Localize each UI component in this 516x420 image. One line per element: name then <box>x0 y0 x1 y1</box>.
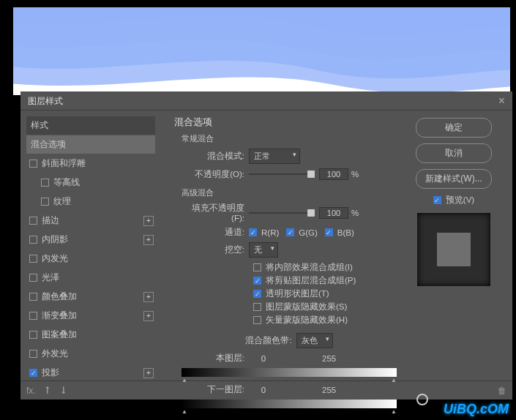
this-layer-gradient[interactable]: ▲▲ <box>182 368 397 380</box>
effects-list: 样式 混合选项 斜面和浮雕等高线纹理描边+内阴影+内发光光泽颜色叠加+渐变叠加+… <box>20 110 161 380</box>
channel-g-checkbox[interactable]: ✓ <box>286 228 294 236</box>
effect-checkbox[interactable] <box>29 350 37 358</box>
effect-item[interactable]: 内阴影+ <box>26 230 155 249</box>
effect-item[interactable]: 渐变叠加+ <box>26 307 155 325</box>
effect-checkbox[interactable] <box>29 312 37 320</box>
effect-item[interactable]: 内发光 <box>26 250 155 268</box>
effect-item[interactable]: 外发光 <box>26 345 155 363</box>
cancel-button[interactable]: 取消 <box>416 143 492 163</box>
option-checkbox[interactable]: ✓ <box>253 290 261 298</box>
option-label: 矢量蒙版隐藏效果(H) <box>266 315 348 326</box>
down-icon[interactable]: 🠗 <box>59 386 68 396</box>
effect-checkbox[interactable] <box>29 236 37 244</box>
preview-swatch <box>417 213 490 286</box>
layer-style-dialog: 图层样式 × 样式 混合选项 斜面和浮雕等高线纹理描边+内阴影+内发光光泽颜色叠… <box>20 91 512 400</box>
effect-label: 内发光 <box>42 252 68 265</box>
blend-mode-dropdown[interactable]: 正常 <box>249 149 300 164</box>
add-effect-icon[interactable]: + <box>143 368 154 378</box>
add-effect-icon[interactable]: + <box>143 235 154 245</box>
effect-label: 图案叠加 <box>42 329 77 341</box>
blending-options-selected[interactable]: 混合选项 <box>26 135 155 154</box>
effect-checkbox[interactable] <box>29 331 37 339</box>
option-checkbox[interactable] <box>253 263 261 271</box>
effect-checkbox[interactable] <box>41 198 49 206</box>
effect-checkbox[interactable] <box>29 160 37 168</box>
effect-item[interactable]: 图案叠加 <box>26 326 155 344</box>
general-blending-title: 常规混合 <box>182 133 397 144</box>
panel-title: 混合选项 <box>174 116 397 129</box>
fill-opacity-slider[interactable] <box>249 208 315 218</box>
channel-r-checkbox[interactable]: ✓ <box>249 228 257 236</box>
effect-checkbox[interactable] <box>29 293 37 301</box>
under-layer-label: 下一图层: <box>182 384 249 395</box>
effect-item[interactable]: 描边+ <box>26 211 155 230</box>
option-label: 透明形状图层(T) <box>266 288 329 299</box>
blendif-dropdown[interactable]: 灰色 <box>296 333 333 348</box>
ok-button[interactable]: 确定 <box>416 118 492 138</box>
effect-item[interactable]: 斜面和浮雕 <box>26 154 155 173</box>
option-label: 将剪贴图层混合成组(P) <box>266 275 356 286</box>
effect-label: 光泽 <box>42 271 59 284</box>
effect-label: 内阴影 <box>42 233 68 246</box>
blendif-label: 混合颜色带: <box>245 335 291 346</box>
opacity-unit: % <box>351 170 359 179</box>
effect-checkbox[interactable] <box>29 255 37 263</box>
effect-item[interactable]: 光泽 <box>26 269 155 287</box>
effect-label: 颜色叠加 <box>42 290 77 303</box>
under-layer-gradient[interactable]: ▲▲ <box>182 400 397 411</box>
advanced-blending-title: 高级混合 <box>182 187 397 198</box>
effect-label: 等高线 <box>53 176 80 189</box>
effect-item[interactable]: 颜色叠加+ <box>26 288 155 306</box>
close-icon[interactable]: × <box>498 91 505 110</box>
styles-header[interactable]: 样式 <box>26 116 155 135</box>
effect-checkbox[interactable] <box>29 274 37 282</box>
new-style-button[interactable]: 新建样式(W)... <box>416 169 492 189</box>
fill-opacity-label: 填充不透明度(F): <box>182 203 249 222</box>
fill-opacity-value[interactable]: 100 <box>319 207 348 219</box>
effect-checkbox[interactable] <box>29 217 37 225</box>
fill-opacity-unit: % <box>351 209 359 217</box>
option-label: 将内部效果混合成组(I) <box>266 262 353 273</box>
blend-mode-label: 混合模式: <box>182 151 249 162</box>
option-checkbox[interactable] <box>253 316 261 324</box>
fx-icon[interactable]: fx. <box>26 386 36 396</box>
canvas-preview <box>13 7 510 95</box>
effect-checkbox[interactable]: ✓ <box>29 369 37 377</box>
effect-item[interactable]: ✓投影+ <box>26 364 155 382</box>
opacity-label: 不透明度(O): <box>182 169 249 180</box>
dialog-title: 图层样式 <box>28 91 63 110</box>
opacity-slider[interactable] <box>249 169 315 179</box>
titlebar[interactable]: 图层样式 × <box>20 91 512 110</box>
this-layer-label: 本图层: <box>182 353 249 364</box>
options-panel: 混合选项 常规混合 混合模式: 正常 不透明度(O): 100 % 高级混合 填… <box>161 110 410 380</box>
channel-b-checkbox[interactable]: ✓ <box>325 228 333 236</box>
effect-item[interactable]: 纹理 <box>26 192 155 211</box>
channels-label: 通道: <box>182 227 249 238</box>
effect-label: 斜面和浮雕 <box>42 157 86 170</box>
opacity-value[interactable]: 100 <box>319 168 348 180</box>
add-effect-icon[interactable]: + <box>143 311 154 321</box>
option-checkbox[interactable] <box>253 303 261 311</box>
effect-label: 描边 <box>42 214 59 227</box>
effect-item[interactable]: 等高线 <box>26 173 155 192</box>
trash-icon[interactable]: 🗑 <box>498 386 506 396</box>
add-effect-icon[interactable]: + <box>143 216 154 226</box>
preview-checkbox[interactable]: ✓ <box>433 196 441 204</box>
up-icon[interactable]: 🠕 <box>43 386 52 396</box>
effect-label: 外发光 <box>42 348 68 360</box>
effect-checkbox[interactable] <box>41 179 49 187</box>
knockout-label: 挖空: <box>182 244 249 255</box>
uibq-watermark: UiBQ.cOM <box>444 402 509 417</box>
add-effect-icon[interactable]: + <box>143 292 154 302</box>
option-checkbox[interactable]: ✓ <box>253 277 261 285</box>
effect-label: 投影 <box>42 367 59 379</box>
option-label: 图层蒙版隐藏效果(S) <box>266 301 347 312</box>
effect-label: 纹理 <box>53 195 71 208</box>
right-panel: 确定 取消 新建样式(W)... ✓预览(V) <box>410 110 498 380</box>
effect-label: 渐变叠加 <box>42 310 77 322</box>
wechat-watermark <box>416 394 428 405</box>
knockout-dropdown[interactable]: 无 <box>249 242 278 258</box>
